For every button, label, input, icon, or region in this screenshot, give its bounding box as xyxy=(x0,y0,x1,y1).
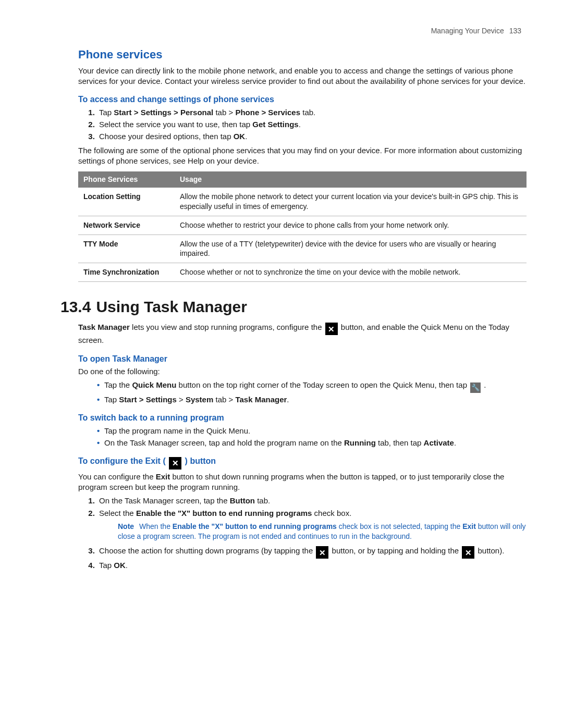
service-usage: Choose whether to restrict your device t… xyxy=(175,216,527,235)
list-item: Tap Start > Settings > System tab > Task… xyxy=(97,394,527,405)
phone-services-intro: Your device can directly link to the mob… xyxy=(78,66,527,87)
configure-exit-step-4: Tap OK. xyxy=(97,560,527,571)
table-row: Network Service Choose whether to restri… xyxy=(78,216,527,235)
table-row: Location Setting Allow the mobile phone … xyxy=(78,188,527,216)
service-name: Location Setting xyxy=(78,188,175,216)
phone-services-steps: Tap Start > Settings > Personal tab > Ph… xyxy=(97,107,527,142)
configure-exit-intro: You can configure the Exit button to shu… xyxy=(78,472,527,493)
phone-step-2: Select the service you want to use, then… xyxy=(97,119,527,130)
wrench-icon: 🔧 xyxy=(470,382,481,393)
task-manager-intro: Task Manager lets you view and stop runn… xyxy=(78,322,527,346)
phone-step-1: Tap Start > Settings > Personal tab > Ph… xyxy=(97,107,527,118)
chapter-heading: 13.4Using Task Manager xyxy=(60,297,527,318)
service-name: Time Synchronization xyxy=(78,263,175,282)
header-section: Managing Your Device xyxy=(431,27,504,35)
configure-exit-step-1: On the Task Manager screen, tap the Butt… xyxy=(97,496,527,506)
col-phone-services: Phone Services xyxy=(78,171,175,188)
switch-back-options: Tap the program name in the Quick Menu. … xyxy=(97,426,527,449)
x-icon: ✕ xyxy=(462,546,474,559)
service-name: TTY Mode xyxy=(78,235,175,263)
table-row: Time Synchronization Choose whether or n… xyxy=(78,263,527,282)
service-usage: Allow the mobile phone network to detect… xyxy=(175,188,527,216)
open-task-manager-intro: Do one of the following: xyxy=(78,366,527,377)
howto-configure-exit: To configure the Exit ( ✕ ) button xyxy=(78,455,527,470)
col-usage: Usage xyxy=(175,171,527,188)
list-item: Tap the Quick Menu button on the top rig… xyxy=(97,380,527,393)
configure-exit-step-2: Select the Enable the "X" button to end … xyxy=(97,508,527,541)
phone-services-note: The following are some of the optional p… xyxy=(78,145,527,167)
howto-switch-back: To switch back to a running program xyxy=(78,412,527,424)
service-usage: Allow the use of a TTY (teletypewriter) … xyxy=(175,235,527,263)
content: Phone services Your device can directly … xyxy=(78,47,527,571)
header-page-number: 133 xyxy=(509,27,521,35)
phone-services-table: Phone Services Usage Location Setting Al… xyxy=(78,171,527,282)
configure-exit-steps: On the Task Manager screen, tap the Butt… xyxy=(97,496,527,571)
phone-services-heading: Phone services xyxy=(78,47,527,63)
table-row: TTY Mode Allow the use of a TTY (teletyp… xyxy=(78,235,527,263)
howto-access-phone-services: To access and change settings of phone s… xyxy=(78,94,527,105)
list-item: On the Task Manager screen, tap and hold… xyxy=(97,438,527,448)
service-name: Network Service xyxy=(78,216,175,235)
x-icon: ✕ xyxy=(169,457,181,470)
chapter-number: 13.4 xyxy=(60,298,91,315)
x-icon: ✕ xyxy=(316,546,328,559)
chapter-title: Using Task Manager xyxy=(96,298,247,315)
note-label: Note xyxy=(118,522,134,530)
note-block: Note When the Enable the "X" button to e… xyxy=(118,522,527,541)
page: Managing Your Device 133 Phone services … xyxy=(0,0,563,728)
configure-exit-step-3: Choose the action for shutting down prog… xyxy=(97,546,527,559)
running-header: Managing Your Device 133 xyxy=(431,26,521,36)
x-icon: ✕ xyxy=(325,323,338,335)
phone-step-3: Choose your desired options, then tap OK… xyxy=(97,131,527,142)
open-task-manager-options: Tap the Quick Menu button on the top rig… xyxy=(97,380,527,405)
howto-open-task-manager: To open Task Manager xyxy=(78,353,527,365)
service-usage: Choose whether or not to synchronize the… xyxy=(175,263,527,282)
list-item: Tap the program name in the Quick Menu. xyxy=(97,426,527,436)
